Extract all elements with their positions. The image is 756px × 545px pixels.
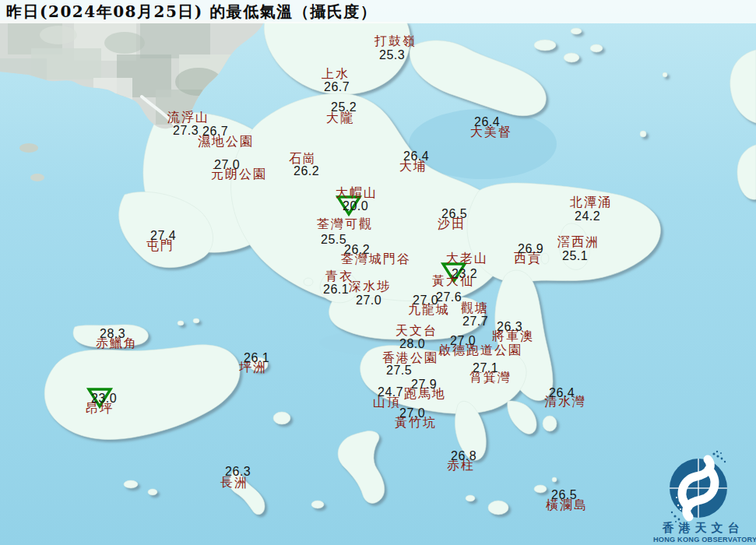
station-temperature-value: 28.3 <box>100 328 125 340</box>
station-temperature-value: 27.3 <box>173 125 199 137</box>
map-title: 昨日(2024年08月25日) 的最低氣溫（攝氏度） <box>6 2 377 23</box>
station-name: 石崗 <box>289 153 317 165</box>
station-temperature-value: 25.1 <box>562 250 588 262</box>
station-temperature-value: 26.5 <box>551 489 577 501</box>
station-temperature-value: 26.3 <box>497 321 522 333</box>
station-temperature-value: 27.4 <box>150 230 176 242</box>
station-name: 北潭涌 <box>570 196 612 209</box>
station-temperature-value: 26.7 <box>324 81 350 93</box>
station-temperature-value: 26.9 <box>518 243 543 255</box>
station-temperature-value: 28.0 <box>399 338 425 350</box>
station-name: 長洲 <box>220 476 248 489</box>
station-name: 上水 <box>322 68 350 80</box>
station-name: 天文台 <box>396 325 438 337</box>
station-temperature-value: 27.0 <box>399 407 425 420</box>
station-temperature-value: 27.9 <box>411 378 437 391</box>
station-temperature-value: 25.3 <box>379 49 405 62</box>
station-name: 大帽山 <box>336 187 378 199</box>
station-temperature-value: 27.5 <box>386 364 412 377</box>
hko-logo-block: 香港天文台 HONG KONG OBSERVATORY <box>653 454 753 543</box>
station-name: 香港公園 <box>382 352 438 364</box>
station-temperature-value: 26.4 <box>474 116 500 128</box>
station-temperature-value: 26.1 <box>244 352 269 364</box>
station-temperature-value: 27.1 <box>473 362 498 374</box>
station-temperature-value: 26.1 <box>323 283 349 296</box>
station-name: 滘西洲 <box>557 236 600 248</box>
station-name: 黃大仙 <box>432 275 474 287</box>
station-temperature-value: 26.2 <box>344 244 370 256</box>
station-temperature-value: 27.0 <box>450 335 476 347</box>
station-temperature-value: 27.0 <box>356 294 382 307</box>
station-temperature-value: 26.4 <box>403 150 429 163</box>
station-temperature-value: 20.0 <box>343 200 368 213</box>
hko-logo-name-zh: 香港天文台 <box>653 521 753 536</box>
station-temperature-value: 27.0 <box>413 294 438 307</box>
station-name: 打鼓嶺 <box>374 35 417 47</box>
station-temperature-value: 26.8 <box>451 450 476 462</box>
station-name: 大隴 <box>326 112 354 125</box>
station-temperature-value: 26.3 <box>225 466 251 478</box>
station-temperature-value: 26.4 <box>549 387 575 399</box>
station-temperature-value: 24.7 <box>378 386 403 399</box>
stations-layer: 打鼓嶺25.3上水26.7大隴25.2大美督26.4流浮山27.3濕地公園26.… <box>0 0 756 545</box>
station-name: 深水埗 <box>349 280 391 293</box>
station-temperature-value: 26.7 <box>202 125 228 138</box>
station-name: 大老山 <box>446 252 488 265</box>
station-name: 荃灣可觀 <box>317 218 373 230</box>
station-temperature-value: 24.2 <box>575 210 600 223</box>
station-name: 觀塘 <box>461 302 489 315</box>
station-temperature-value: 26.5 <box>441 208 467 220</box>
station-temperature-value: 23.0 <box>91 392 117 405</box>
station-temperature-value: 27.7 <box>462 315 488 328</box>
station-temperature-value: 25.2 <box>331 101 357 114</box>
station-temperature-value: 26.2 <box>294 165 319 178</box>
weather-map-screenshot: 昨日(2024年08月25日) 的最低氣溫（攝氏度） 打鼓嶺25.3上水26.7… <box>0 0 756 545</box>
station-temperature-value: 25.5 <box>321 234 346 246</box>
station-temperature-value: 27.0 <box>214 159 240 171</box>
station-name: 流浮山 <box>167 111 209 124</box>
hko-logo-name-en: HONG KONG OBSERVATORY <box>653 536 753 543</box>
